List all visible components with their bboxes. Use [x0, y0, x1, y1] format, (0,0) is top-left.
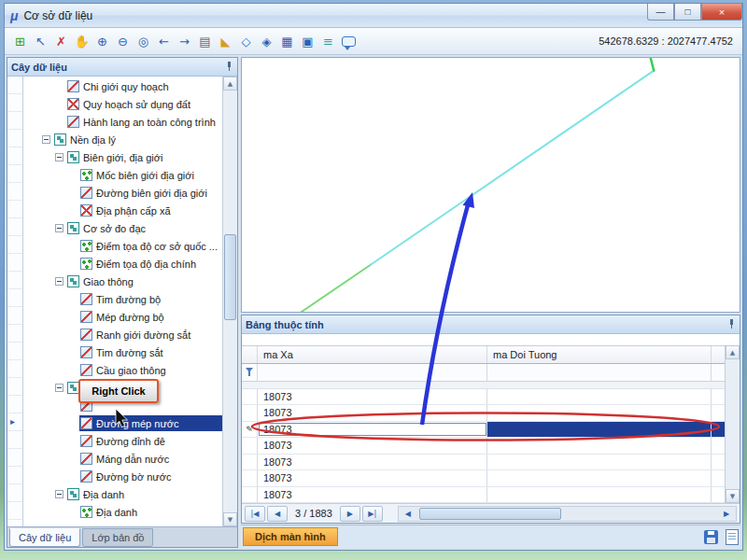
table-row[interactable]: 18073 [242, 438, 725, 454]
cell-ma-xa[interactable]: 18073 [258, 389, 487, 404]
tree-scrollbar[interactable]: ▲ ▼ [222, 77, 237, 526]
cell-ma-xa[interactable]: 18073 [258, 405, 487, 420]
forward-icon[interactable]: → [175, 32, 194, 51]
pan-screen-button[interactable]: Dịch màn hình [243, 527, 338, 546]
tree-item[interactable] [23, 397, 222, 414]
table-row[interactable]: 18073 [242, 405, 725, 421]
collapse-icon[interactable] [55, 384, 63, 392]
column-header-ma-xa[interactable]: ma Xa [258, 346, 487, 363]
cell-ma-xa[interactable]: 18073 [258, 438, 487, 453]
tree-item[interactable]: Tim đường bộ [23, 290, 222, 308]
table-row[interactable]: 18073 [242, 470, 725, 486]
tree-item[interactable]: Tim đường sắt [23, 343, 222, 361]
scroll-up-icon[interactable]: ▲ [726, 345, 740, 359]
scroll-left-icon[interactable]: ◀ [399, 507, 417, 521]
zoom-out-icon[interactable]: ⊖ [113, 32, 133, 51]
filter-cell[interactable] [258, 364, 487, 380]
tree-item[interactable]: Địa phận cấp xã [23, 202, 222, 219]
close-button[interactable]: × [701, 4, 742, 21]
tree-item-selected[interactable]: Đường mép nước [23, 414, 222, 432]
table-scrollbar[interactable]: ▲ ▼ [725, 345, 740, 503]
prev-record-button[interactable]: ◀ [267, 506, 288, 522]
report-icon[interactable] [726, 529, 739, 545]
cell-ma-doi-tuong[interactable] [487, 438, 712, 453]
layer-list-icon[interactable]: ≡ [318, 32, 338, 51]
collapse-icon[interactable] [55, 224, 63, 232]
tree-item[interactable]: Mép đường bộ [23, 308, 222, 326]
new-row-band[interactable] [242, 382, 725, 389]
cell-ma-doi-tuong[interactable] [487, 455, 712, 469]
cell-ma-xa[interactable]: 18073 [258, 470, 487, 485]
filter-icon[interactable] [246, 368, 254, 377]
diamond-icon[interactable]: ◇ [236, 32, 256, 51]
tree-item[interactable]: Máng dẫn nước [23, 450, 222, 468]
collapse-icon[interactable] [42, 135, 50, 144]
add-layer-icon[interactable]: ⊞ [10, 32, 30, 51]
table-horizontal-scrollbar[interactable]: ◀ ▶ [398, 506, 737, 522]
tree-item[interactable]: Điểm tọa độ địa chính [23, 255, 222, 273]
cell-ma-doi-tuong[interactable] [487, 405, 712, 420]
collapse-icon[interactable] [55, 490, 63, 498]
measure-icon[interactable]: ◣ [216, 32, 235, 51]
collapse-icon[interactable] [55, 277, 63, 286]
tree-node[interactable]: Giao thông [23, 273, 222, 290]
minimize-button[interactable]: — [647, 4, 674, 21]
table-row[interactable]: 18073 [242, 487, 725, 503]
zoom-in-icon[interactable]: ⊕ [92, 32, 112, 51]
tab-data-tree[interactable]: Cây dữ liệu [9, 528, 80, 547]
cell-ma-xa[interactable]: 18073 [258, 487, 487, 502]
cell-ma-doi-tuong[interactable] [487, 422, 712, 437]
tree-item[interactable]: Mốc biên giới địa giới [23, 166, 222, 184]
collapse-icon[interactable] [55, 153, 63, 161]
tree-node[interactable]: Cơ sở đo đạc [23, 219, 222, 237]
tree-item[interactable]: Ranh giới đường sắt [23, 326, 222, 343]
map-canvas[interactable] [241, 57, 740, 313]
pin-icon[interactable] [225, 62, 233, 72]
next-record-button[interactable]: ▶ [340, 506, 360, 522]
tab-map-layers[interactable]: Lớp bản đồ [82, 528, 153, 547]
scroll-down-icon[interactable]: ▼ [223, 512, 237, 526]
select-add-icon[interactable]: ↖ [31, 32, 50, 51]
tree-item[interactable]: Địa danh [23, 503, 222, 521]
table-row[interactable]: 18073 [242, 389, 725, 405]
table-row[interactable]: 18073 [242, 455, 725, 470]
last-record-button[interactable]: ▶| [362, 506, 383, 522]
tree-node[interactable]: Nền địa lý [23, 131, 222, 148]
tree-item[interactable]: Đường đỉnh đê [23, 432, 222, 450]
cell-ma-doi-tuong[interactable] [487, 487, 712, 502]
pan-icon[interactable]: ✋ [72, 32, 92, 51]
tree-item[interactable]: Đường biên giới địa giới [23, 184, 222, 202]
tree-item[interactable]: Quy hoạch sử dụng đất [23, 95, 222, 113]
save-icon[interactable] [704, 530, 718, 544]
filter-cell[interactable] [487, 364, 712, 380]
tree-node[interactable] [23, 379, 222, 397]
comment-icon[interactable] [339, 32, 359, 51]
pin-icon[interactable] [727, 319, 736, 329]
table-row-selected[interactable]: ✎18073 [242, 422, 725, 438]
zoom-region-icon[interactable]: ▣ [298, 32, 317, 51]
tree-item[interactable]: Điểm tọa độ cơ sở quốc ... [23, 237, 222, 255]
cell-ma-xa[interactable]: 18073 [258, 455, 487, 469]
tree-node[interactable]: Biên giới, địa giới [23, 148, 222, 166]
scroll-down-icon[interactable]: ▼ [726, 489, 740, 503]
print-icon[interactable]: ▤ [195, 32, 215, 51]
tree-item[interactable]: Đường bờ nước [23, 468, 222, 485]
select-remove-icon[interactable]: ✗ [51, 32, 71, 51]
info-icon[interactable]: ◈ [257, 32, 276, 51]
zoom-extent-icon[interactable]: ◎ [134, 32, 153, 51]
scroll-right-icon[interactable]: ▶ [717, 507, 736, 521]
tree-item[interactable]: Chi giới quy hoạch [23, 77, 222, 95]
scroll-thumb[interactable] [224, 234, 236, 320]
cell-ma-doi-tuong[interactable] [487, 389, 712, 404]
column-header-ma-doi-tuong[interactable]: ma Doi Tuong [487, 346, 712, 363]
scroll-up-icon[interactable]: ▲ [223, 77, 237, 91]
cell-ma-xa[interactable]: 18073 [258, 422, 487, 437]
cell-ma-doi-tuong[interactable] [487, 470, 712, 485]
tree-node[interactable]: Địa danh [23, 485, 222, 503]
maximize-button[interactable]: □ [674, 4, 701, 21]
hscroll-thumb[interactable] [419, 508, 561, 520]
back-icon[interactable]: ← [154, 32, 174, 51]
tree-item[interactable]: Cầu giao thông [23, 361, 222, 379]
tree-item[interactable]: Hành lang an toàn công trình [23, 113, 222, 131]
area-icon[interactable]: ▦ [277, 32, 297, 51]
